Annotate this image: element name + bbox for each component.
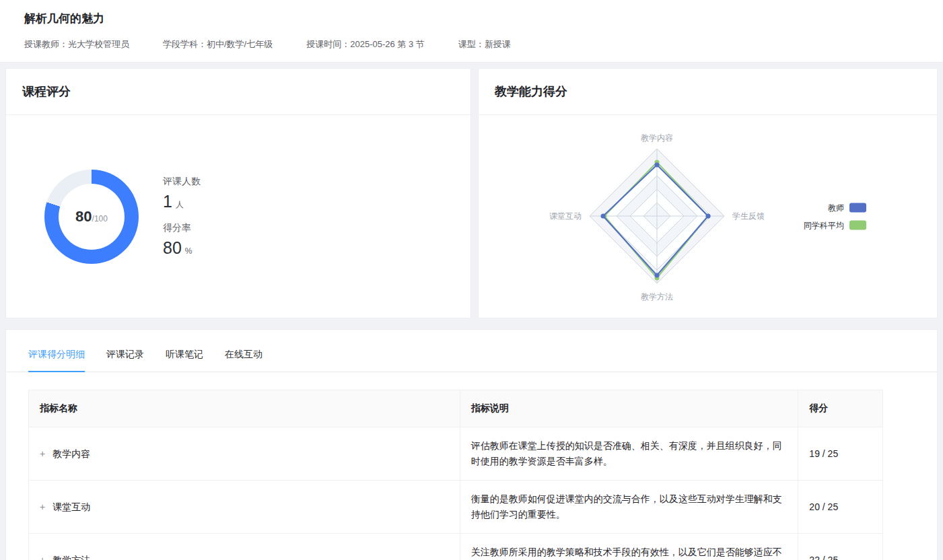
page-title: 解析几何的魅力 bbox=[24, 11, 927, 26]
evaluator-count-unit: 人 bbox=[176, 199, 184, 211]
evaluator-count-value: 1 bbox=[163, 192, 172, 211]
donut-score-value: 80 bbox=[75, 208, 92, 225]
indicator-desc: 关注教师所采用的教学策略和技术手段的有效性，以及它们是否能够适应不同的学习风格和… bbox=[460, 534, 798, 560]
indicator-name: 教学方法 bbox=[53, 555, 90, 560]
course-meta: 授课教师：光大学校管理员 学段学科：初中/数学/七年级 授课时间：2025-05… bbox=[24, 38, 927, 50]
course-evaluation-page: 解析几何的魅力 授课教师：光大学校管理员 学段学科：初中/数学/七年级 授课时间… bbox=[0, 0, 943, 560]
svg-text:学生反馈: 学生反馈 bbox=[732, 211, 765, 221]
meta-item-teacher: 授课教师：光大学校管理员 bbox=[24, 38, 129, 50]
tab-bar: 评课得分明细 评课记录 听课笔记 在线互动 bbox=[6, 349, 937, 372]
expand-row-icon[interactable]: + bbox=[40, 553, 45, 560]
score-donut-chart: 80 /100 bbox=[44, 170, 139, 264]
tab-score-detail[interactable]: 评课得分明细 bbox=[28, 349, 85, 372]
indicator-score: 20 / 25 bbox=[798, 481, 883, 534]
legend-label: 同学科平均 bbox=[804, 219, 844, 231]
evaluator-count-label: 评课人数 bbox=[163, 176, 201, 188]
expand-row-icon[interactable]: + bbox=[40, 446, 45, 462]
indicator-name: 教学内容 bbox=[53, 448, 90, 459]
score-stats: 评课人数 1 人 得分率 80 % bbox=[163, 176, 201, 258]
tab-online-interaction[interactable]: 在线互动 bbox=[225, 349, 263, 372]
summary-cards-row: 课程评分 80 /100 评课人数 1 人 bbox=[0, 63, 943, 318]
legend-item-subject-average[interactable]: 同学科平均 bbox=[804, 219, 866, 231]
radar-legend: 教师 同学科平均 bbox=[804, 202, 866, 231]
expand-row-icon[interactable]: + bbox=[40, 499, 45, 515]
teaching-ability-card: 教学能力得分 教学内容学生反馈教学方法课堂互动 教师 同学科平均 bbox=[478, 68, 938, 318]
legend-swatch bbox=[849, 203, 866, 213]
score-rate-unit: % bbox=[185, 246, 193, 256]
detail-card: 评课得分明细 评课记录 听课笔记 在线互动 指标名称 指标说明 得分 +教学内容 bbox=[5, 329, 938, 560]
evaluator-count-stat: 评课人数 1 人 bbox=[163, 176, 201, 211]
table-row: +课堂互动 衡量的是教师如何促进课堂内的交流与合作，以及这些互动对学生理解和支持… bbox=[29, 481, 883, 534]
table-header-indicator-name: 指标名称 bbox=[29, 390, 460, 427]
meta-item-subject: 学段学科：初中/数学/七年级 bbox=[163, 38, 273, 50]
tab-review-records[interactable]: 评课记录 bbox=[106, 349, 144, 372]
table-row: +教学内容 评估教师在课堂上传授的知识是否准确、相关、有深度，并且组织良好，同时… bbox=[29, 427, 883, 481]
page-header: 解析几何的魅力 授课教师：光大学校管理员 学段学科：初中/数学/七年级 授课时间… bbox=[0, 0, 943, 63]
svg-text:教学内容: 教学内容 bbox=[641, 133, 673, 143]
score-table-wrap: 指标名称 指标说明 得分 +教学内容 评估教师在课堂上传授的知识是否准确、相关、… bbox=[6, 372, 937, 560]
legend-swatch bbox=[849, 221, 866, 230]
score-rate-value: 80 bbox=[163, 238, 182, 258]
indicator-desc: 衡量的是教师如何促进课堂内的交流与合作，以及这些互动对学生理解和支持他们学习的重… bbox=[460, 481, 798, 534]
score-table: 指标名称 指标说明 得分 +教学内容 评估教师在课堂上传授的知识是否准确、相关、… bbox=[28, 390, 883, 560]
svg-text:教学方法: 教学方法 bbox=[641, 292, 673, 302]
table-header-score: 得分 bbox=[798, 390, 883, 427]
indicator-score: 22 / 25 bbox=[798, 534, 883, 560]
legend-item-teacher[interactable]: 教师 bbox=[828, 202, 866, 213]
indicator-score: 19 / 25 bbox=[798, 427, 883, 481]
teaching-ability-card-title: 教学能力得分 bbox=[479, 69, 937, 115]
table-row: +教学方法 关注教师所采用的教学策略和技术手段的有效性，以及它们是否能够适应不同… bbox=[29, 534, 883, 560]
course-score-card: 课程评分 80 /100 评课人数 1 人 bbox=[5, 68, 471, 318]
indicator-desc: 评估教师在课堂上传授的知识是否准确、相关、有深度，并且组织良好，同时使用的教学资… bbox=[460, 427, 798, 481]
donut-score-max: /100 bbox=[92, 214, 108, 223]
svg-text:课堂互动: 课堂互动 bbox=[549, 211, 582, 221]
tab-listening-notes[interactable]: 听课笔记 bbox=[166, 349, 203, 372]
score-rate-stat: 得分率 80 % bbox=[163, 222, 201, 258]
score-rate-label: 得分率 bbox=[163, 222, 201, 234]
legend-label: 教师 bbox=[828, 202, 844, 213]
meta-item-course-type: 课型：新授课 bbox=[458, 38, 511, 50]
meta-item-time: 授课时间：2025-05-26 第 3 节 bbox=[306, 38, 425, 50]
table-header-indicator-desc: 指标说明 bbox=[460, 390, 798, 427]
course-score-card-title: 课程评分 bbox=[6, 69, 470, 115]
indicator-name: 课堂互动 bbox=[53, 501, 90, 512]
